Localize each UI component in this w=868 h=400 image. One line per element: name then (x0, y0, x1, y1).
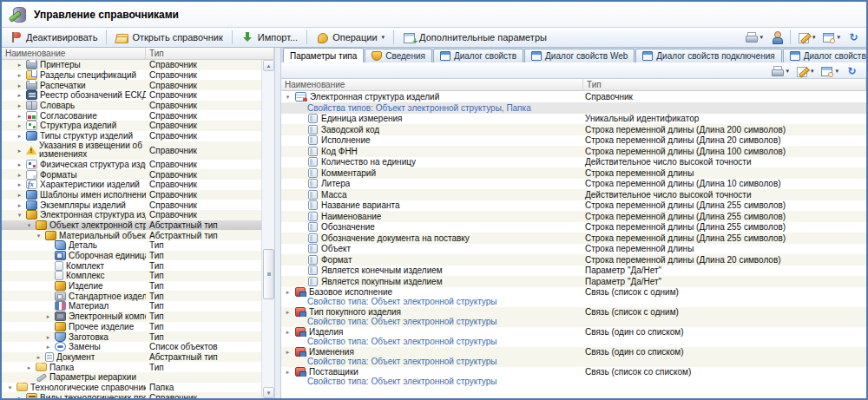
expander-icon[interactable]: ▸ (284, 308, 292, 316)
expander-icon[interactable]: ▸ (284, 348, 292, 356)
tree-row[interactable]: Сборочная единицаТип (2, 251, 261, 261)
details-toolbar-button-edit[interactable]: ▾ (793, 64, 817, 78)
tab-dialog-svoystv-web[interactable]: Диалог свойств Web (524, 49, 635, 62)
table-row[interactable]: Название вариантаСтрока переменной длины… (281, 200, 866, 212)
toolbar-button-extra-params[interactable]: Дополнительные параметры (398, 30, 551, 44)
expander-icon[interactable]: ▾ (6, 384, 14, 391)
tree-row[interactable]: КомплектТип (2, 260, 261, 271)
table-row[interactable]: ФорматСтрока переменной длины (Длина 20 … (281, 254, 866, 266)
tree-row[interactable]: ▸Шаблоны имен исполненийСправочник (2, 190, 261, 200)
details-toolbar-button-view[interactable]: ▾ (818, 64, 841, 78)
expander-icon[interactable]: ▸ (16, 201, 23, 209)
expander-icon[interactable]: ▸ (44, 312, 52, 320)
tree-row[interactable]: Стандартное изделиеТип (2, 291, 261, 301)
expander-icon[interactable]: ▸ (16, 91, 23, 99)
expander-icon[interactable]: ▸ (16, 112, 23, 120)
tree-row[interactable]: КомплексТип (2, 271, 261, 281)
tree-row[interactable]: ▸СогласованиеСправочник (2, 110, 261, 121)
expander-icon[interactable]: ▸ (16, 394, 23, 398)
scrollbar-thumb[interactable] (263, 249, 274, 299)
column-header-type[interactable]: Тип (146, 48, 274, 59)
tree-row[interactable]: ▸Электронный компонентТип (2, 311, 261, 322)
toolbar-button-deactivate[interactable]: Деактивировать (5, 30, 102, 44)
expander-icon[interactable]: ▸ (44, 343, 52, 351)
table-row[interactable]: ОбозначениеСтрока переменной длины (Длин… (281, 222, 866, 233)
tab-dialog-svoystv[interactable]: Диалог свойств (433, 49, 523, 62)
tree-row[interactable]: ▸Характеристики изделийСправочник (2, 180, 261, 190)
toolbar-button-operations[interactable]: Операции▾ (312, 30, 389, 44)
table-row[interactable]: ▸ИзделияСвязь (один со списком)Свойство … (281, 327, 866, 347)
details-toolbar-button-refresh[interactable]: ↻ (843, 64, 861, 78)
tab-parametry-tipa[interactable]: Параметры типа (283, 48, 364, 62)
expander-icon[interactable]: ▸ (284, 288, 292, 296)
toolbar-button-user[interactable] (767, 30, 786, 44)
tree-row[interactable]: ▸ФорматыСправочник (2, 169, 261, 180)
table-row[interactable]: Заводской кодСтрока переменной длины (Дл… (281, 124, 866, 135)
tree-row[interactable]: ▸РаспечаткиСправочник (2, 80, 261, 90)
details-toolbar-button-print[interactable]: ▾ (768, 64, 792, 78)
table-row[interactable]: Является конечным изделиемПараметр "Да/Н… (281, 266, 866, 277)
table-row[interactable]: Количество на единицуДействительное числ… (281, 157, 866, 168)
tree-row[interactable]: ▸Виды технологических процессовСправочни… (2, 392, 261, 398)
tree-row[interactable]: Прочее изделиеТип (2, 322, 261, 332)
expander-icon[interactable]: ▾ (25, 221, 33, 229)
column-header-name[interactable]: Наименование (281, 79, 583, 90)
tree-row[interactable]: ▾Материальный объектАбстрактный тип (2, 230, 261, 240)
tree-row[interactable]: ▸Экземпляры изделийСправочник (2, 200, 261, 210)
table-row[interactable]: ИсполнениеСтрока переменной длины (Длина… (281, 135, 866, 147)
expander-icon[interactable]: ▸ (16, 171, 23, 179)
toolbar-button-import[interactable]: Импорт... (237, 30, 302, 44)
table-row[interactable]: ЛитераСтрока переменной длины (Длина 10 … (281, 179, 866, 190)
table-row[interactable]: ▸ИзмененияСвязь (один со списком)Свойств… (281, 347, 866, 367)
expander-icon[interactable]: ▸ (25, 364, 33, 371)
expander-icon[interactable]: ▾ (35, 232, 43, 239)
tab-dialog-svoystv-podklyucheniya[interactable]: Диалог свойств подключения (635, 49, 781, 62)
toolbar-button-edit[interactable]: ▾ (795, 30, 819, 44)
table-row[interactable]: КомментарийСтрока переменной длины (281, 167, 866, 179)
tab-dialog-svoystv-podklyucheniya-web[interactable]: Диалог свойств подключения Web (783, 49, 866, 62)
expander-icon[interactable]: ▾ (284, 93, 292, 101)
column-header-name[interactable]: Наименование (2, 48, 146, 59)
tree-row[interactable]: ▾Электронная структура изделийСправочник (2, 210, 261, 220)
toolbar-button-refresh[interactable]: ↻ (845, 30, 863, 44)
toolbar-button-open-reference[interactable]: Открыть справочник (111, 30, 227, 44)
tree-row[interactable]: ▸ДокументАбстрактный тип (2, 352, 261, 363)
tree-row[interactable]: ▸Реестр обозначений ЕСКДСправочник (2, 90, 261, 101)
tree-row[interactable]: ▸Структура изделийСправочник (2, 121, 261, 131)
toolbar-button-view[interactable]: ▾ (819, 30, 843, 44)
expander-icon[interactable]: ▸ (16, 191, 23, 199)
expander-icon[interactable]: ▸ (284, 368, 292, 376)
table-row[interactable]: ▸ПоставщикиСвязь (список со списком)Свой… (281, 367, 866, 387)
expander-icon[interactable]: ▸ (16, 147, 23, 154)
expander-icon[interactable]: ▸ (16, 82, 23, 89)
expander-icon[interactable]: ▸ (16, 180, 23, 188)
tree-row[interactable]: ИзделиеТип (2, 281, 261, 292)
tab-svedeniya[interactable]: Сведения (365, 49, 432, 62)
tree-row[interactable]: ▸ЗаменыСписок объектов (2, 342, 261, 352)
column-header-type[interactable]: Тип (583, 79, 866, 90)
table-row[interactable]: Обозначение документа на поставкуСтрока … (281, 233, 866, 244)
scroll-up-icon[interactable]: ▲ (263, 60, 274, 71)
expander-icon[interactable]: ▸ (35, 353, 43, 361)
table-row[interactable]: ▸Тип покупного изделияСвязь (список с од… (281, 307, 866, 327)
table-row[interactable]: ▾Электронная структура изделийСправочник (281, 91, 866, 102)
table-row[interactable]: Код ФННСтрока переменной длины (Длина 10… (281, 146, 866, 157)
expander-icon[interactable]: ▸ (16, 161, 23, 168)
table-row[interactable]: НаименованиеСтрока переменной длины (Дли… (281, 211, 866, 222)
tree-row[interactable]: ▾Объект электронной структурыАбстрактный… (2, 220, 261, 231)
tree-row[interactable]: ▸Указания в извещении об измененияхСправ… (2, 141, 261, 160)
table-row[interactable]: ОбъектСтрока переменной длины (281, 244, 866, 255)
expander-icon[interactable]: ▸ (284, 328, 292, 336)
expander-icon[interactable]: ▸ (16, 102, 23, 109)
tree-row[interactable]: Параметры иерархии (2, 372, 261, 383)
tree-scrollbar[interactable]: ▲ ▼ (261, 60, 274, 398)
table-row[interactable]: Единица измеренияУникальный идентификато… (281, 114, 866, 125)
expander-icon[interactable]: ▸ (16, 61, 23, 69)
expander-icon[interactable]: ▸ (16, 132, 23, 140)
expander-icon[interactable]: ▸ (16, 71, 23, 79)
toolbar-button-print[interactable]: ▾ (742, 30, 766, 44)
tree-row[interactable]: ▸ПринтерыСправочник (2, 60, 261, 70)
tree-row[interactable]: ▸Физическая структура изделийСправочник (2, 160, 261, 170)
scroll-down-icon[interactable]: ▼ (263, 387, 274, 398)
expander-icon[interactable]: ▾ (16, 211, 23, 219)
